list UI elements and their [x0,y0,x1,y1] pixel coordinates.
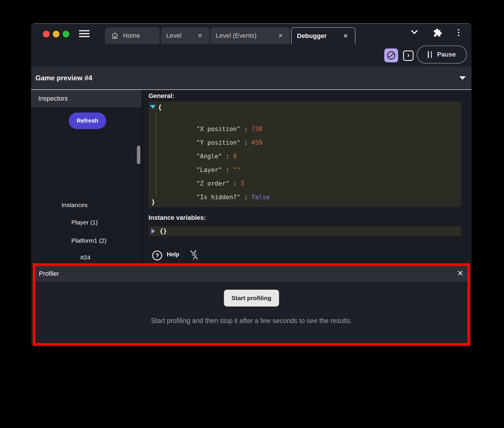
home-icon [111,32,119,40]
json-row-y-position: "Y position" : 459 [167,130,262,139]
traffic-close-button[interactable] [43,31,50,37]
inspectors-header: Inspectors [31,90,142,107]
profiler-instructions: Start profiling and then stop it after a… [35,317,467,325]
instance-variables-value: {} [159,228,167,235]
tab-label: Home [123,32,140,39]
start-profiling-button[interactable]: Start profiling [224,290,279,307]
chevron-down-icon [409,29,419,35]
json-row-layer: "Layer" : "" [167,158,240,166]
json-row-angle: "Angle" : 0 [167,144,237,152]
traffic-zoom-button[interactable] [63,31,69,37]
extensions-button[interactable] [432,28,442,38]
flash-off-icon[interactable] [189,249,200,261]
tab-close-icon[interactable]: ✕ [341,32,350,39]
refresh-button[interactable]: Refresh [69,113,106,129]
pause-label: Pause [437,51,456,58]
traffic-minimize-button[interactable] [53,31,59,37]
main-menu-button[interactable] [79,30,90,37]
kebab-icon [458,29,459,30]
game-preview-title: Game preview #4 [35,67,92,89]
json-open-brace: { [158,103,162,111]
tab-label: Level [166,32,182,39]
tree-item-player[interactable]: Player (1) [71,218,98,227]
tab-label: Level (Events) [216,32,257,39]
indent-guide [156,113,157,196]
tree-item-instances[interactable]: Instances [61,201,88,209]
console-button[interactable]: › [403,50,414,61]
console-icon: › [407,51,409,59]
general-json-viewer: { "X position" : 738 "Y position" : 459 … [148,101,461,207]
tree-item-24[interactable]: #24 [80,253,90,262]
tree-item-platform1[interactable]: Platform1 (2) [71,236,106,245]
hamburger-icon [79,30,90,31]
window-menu-chevron-button[interactable] [409,29,419,35]
json-close-brace: } [151,198,155,206]
profiler-toggle-button[interactable] [384,48,398,62]
tab-label: Debugger [297,32,327,40]
inspectors-title: Inspectors [38,95,68,102]
tab-close-icon[interactable]: ✕ [276,32,285,39]
collapse-closed-icon[interactable] [151,228,155,234]
pause-button[interactable]: Pause [417,46,467,64]
json-row-is-hidden: "Is hidden?" : false [167,185,270,193]
chevron-down-icon[interactable] [459,76,466,80]
general-heading: General: [148,92,174,100]
more-options-button[interactable] [458,29,459,36]
puzzle-icon [432,28,442,38]
help-label[interactable]: Help [167,251,179,258]
profiler-panel: Profiler ✕ Start profiling Start profili… [33,263,470,346]
profiler-title: Profiler [39,270,59,278]
json-row-z-order: "Z order" : 3 [167,171,244,179]
tab-close-icon[interactable]: ✕ [196,32,204,39]
sidebar-scrollbar[interactable] [137,146,140,164]
instance-variables-json-viewer: {} [148,226,461,236]
tab-home[interactable]: Home [105,27,159,44]
app-window: Home Level ✕ Level (Events) ✕ Debugger ✕… [31,23,472,347]
instance-variables-heading: Instance variables: [148,214,206,222]
help-button[interactable]: ? [152,251,162,260]
profiler-close-button[interactable]: ✕ [457,269,463,278]
tab-level-events[interactable]: Level (Events) ✕ [211,27,290,44]
json-row-x-position: "X position" : 738 [167,117,262,125]
tab-debugger[interactable]: Debugger ✕ [291,27,356,44]
profiler-header: Profiler [35,266,467,282]
question-mark-icon: ? [155,252,159,259]
speedometer-icon [387,51,396,60]
collapse-open-icon[interactable] [150,105,156,109]
game-preview-selector[interactable]: Game preview #4 [31,67,472,90]
pause-icon [428,51,432,58]
tab-level[interactable]: Level ✕ [161,27,209,44]
